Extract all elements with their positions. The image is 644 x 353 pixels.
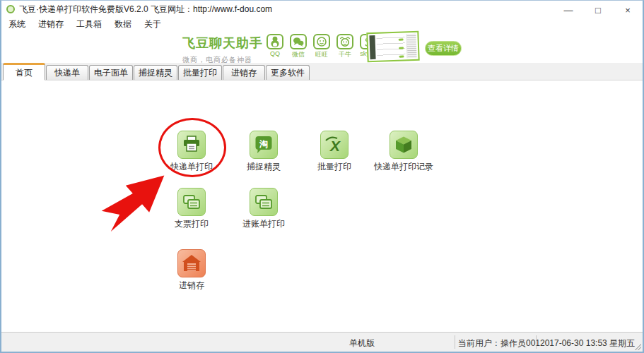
promo-thumbnail-sidebar [369,35,375,59]
statusbar-divider [455,335,455,349]
launcher-item-label: 批量打印 [298,161,371,173]
launcher-item-label: 快递单打印记录 [367,161,440,173]
promo-dot [399,47,404,49]
statusbar-edition: 单机版 [341,337,383,349]
promo-header: 飞豆聊天助手 微商，电商必备神器 QQ [1,30,643,63]
window-controls: ― □ × [554,1,643,19]
chat-tool-qianniu: 千牛 [336,34,354,59]
promo-thumbnail-lines [376,35,405,58]
wechat-icon [290,34,307,49]
minimize-button[interactable]: ― [554,1,583,19]
window-title: 飞豆·快递单打印软件免费版V6.2.0 飞豆网址：http://www.f-do… [19,4,272,16]
launcher-receipt-print[interactable]: 进账单打印 [227,188,300,230]
close-button[interactable]: × [613,1,643,19]
status-bar: 单机版 当前用户：操作员001 2017-06-30 13:53 星期五 [1,332,643,352]
launcher-print-records[interactable]: 快递单打印记录 [367,131,440,173]
launcher-item-label: 进账单打印 [227,218,300,230]
statusbar-current-user: 当前用户：操作员001 [458,337,540,349]
chat-tool-wechat: 微信 [289,34,308,59]
menu-item-about[interactable]: 关于 [138,18,168,30]
tab-electronic-sheet[interactable]: 电子面单 [89,65,133,80]
launcher-inventory[interactable]: 进销存 [155,249,228,292]
promo-thumbnail[interactable] [366,31,419,63]
launcher-item-label: 捕捉精灵 [227,161,300,173]
promo-thumbnail-text-column [406,34,416,58]
package-box-icon [390,131,418,159]
brand-block: 飞豆聊天助手 微商，电商必备神器 [182,35,264,65]
brand-title: 飞豆聊天助手 [182,35,264,52]
svg-text:淘: 淘 [259,139,268,149]
app-logo-icon [6,5,15,13]
statusbar-divider [536,335,537,349]
receipt-cards-icon [250,188,278,216]
qianniu-icon [336,34,353,49]
menu-item-data[interactable]: 数据 [108,18,138,30]
tab-capture-sprite[interactable]: 捕捉精灵 [134,65,177,80]
launcher-express-print[interactable]: 快递单打印 [155,131,228,173]
menu-item-inventory[interactable]: 进销存 [32,18,70,30]
chat-tool-wangwang: 旺旺 [312,34,331,59]
printer-icon [177,131,206,159]
launcher-capture-sprite[interactable]: 淘 捕捉精灵 [227,131,300,173]
tab-home[interactable]: 首页 [3,63,45,80]
tab-express-sheet[interactable]: 快递单 [46,65,88,80]
qq-icon [267,34,283,49]
statusbar-datetime: 2017-06-30 13:53 星期五 [540,337,635,349]
menu-bar: 系统 进销存 工具箱 数据 关于 [1,18,643,30]
app-window: 飞豆·快递单打印软件免费版V6.2.0 飞豆网址：http://www.f-do… [0,0,644,353]
launcher-check-print[interactable]: 支票打印 [155,188,228,230]
chat-tool-label: 微信 [292,50,305,59]
chat-tool-label: 旺旺 [315,50,328,59]
home-panel [1,80,643,332]
tab-inventory[interactable]: 进销存 [223,65,265,80]
tab-batch-print[interactable]: 批量打印 [178,65,222,80]
promo-dot [399,55,404,57]
wangwang-icon [313,34,330,49]
chat-tools: QQ 微信 [266,34,377,59]
chat-tool-label: 千牛 [339,50,351,59]
warehouse-icon [177,249,206,277]
launcher-item-label: 快递单打印 [155,161,228,173]
check-cards-icon [177,188,206,216]
title-bar: 飞豆·快递单打印软件免费版V6.2.0 飞豆网址：http://www.f-do… [1,1,643,18]
menu-item-toolbox[interactable]: 工具箱 [70,18,108,30]
promo-dot [399,38,404,40]
launcher-item-label: 进销存 [155,280,228,292]
chat-tool-label: QQ [270,50,280,57]
view-details-button[interactable]: 查看详情 [425,41,462,56]
svg-text:X: X [329,138,341,154]
chat-tool-qq: QQ [266,34,284,59]
tab-strip: 首页 快递单 电子面单 捕捉精灵 批量打印 进销存 更多软件 [1,63,643,80]
menu-item-system[interactable]: 系统 [7,18,32,30]
taobao-capture-icon: 淘 [250,131,278,159]
maximize-button[interactable]: □ [583,1,613,19]
excel-batch-icon: X [320,131,349,159]
launcher-batch-print[interactable]: X 批量打印 [298,131,371,173]
tab-more-software[interactable]: 更多软件 [266,65,310,80]
launcher-item-label: 支票打印 [155,218,228,230]
resize-grip[interactable] [633,342,641,350]
